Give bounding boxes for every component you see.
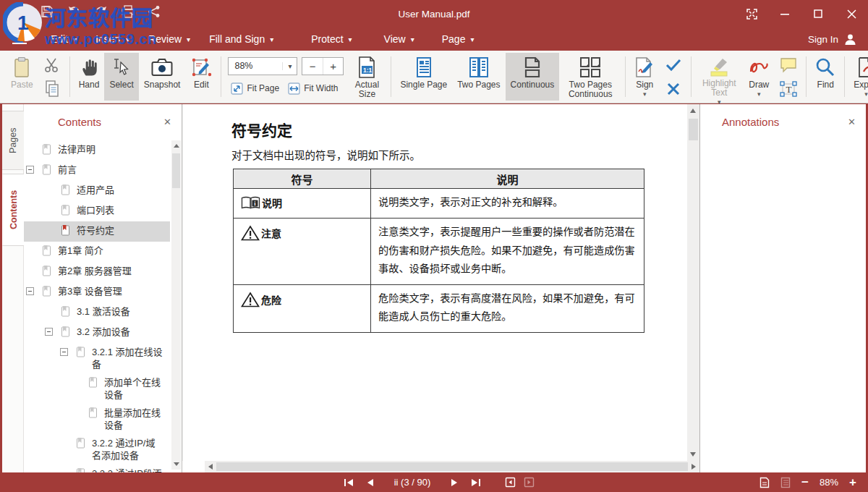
reject-x-button[interactable] (663, 79, 684, 99)
sticky-note-button[interactable] (778, 55, 799, 75)
user-icon (844, 33, 856, 46)
toc-item[interactable]: 添加单个在线设备 (24, 373, 170, 404)
tab-contents[interactable]: Contents (2, 174, 24, 246)
scroll-down-icon[interactable] (174, 462, 179, 466)
zoom-level-indicator[interactable]: 88% (820, 477, 838, 488)
export-button[interactable]: Export ▾ (848, 53, 868, 101)
zoom-out-button[interactable]: − (302, 58, 323, 75)
collapse-toggle-icon[interactable] (60, 348, 68, 356)
scrollbar-thumb[interactable] (216, 462, 688, 471)
minimize-button[interactable] (768, 0, 801, 27)
toc-item[interactable]: 适用产品 (24, 181, 170, 201)
copy-icon (44, 80, 60, 98)
close-icon[interactable]: ✕ (163, 116, 171, 127)
bookmark-icon (61, 184, 70, 198)
scroll-down-icon[interactable] (690, 452, 696, 457)
toc-item[interactable]: 前言 (24, 161, 170, 181)
menu-protect[interactable]: Protect▾ (302, 27, 361, 51)
collapse-toggle-icon[interactable] (26, 287, 34, 295)
single-page-button[interactable]: Single Page (395, 53, 452, 101)
toolbar-separator (844, 56, 845, 97)
menu-insert[interactable]: Insert▾ (86, 27, 139, 51)
toc-item[interactable]: 3.2.1 添加在线设备 (24, 343, 170, 373)
status-bar: ii (3 / 90) − 88% + (0, 472, 868, 492)
maximize-button[interactable] (801, 0, 835, 27)
two-pages-continuous-button[interactable]: Two Pages Continuous (559, 53, 621, 101)
toc-item[interactable]: 第3章 设备管理 (24, 282, 170, 302)
menu-fill-and-sign[interactable]: Fill and Sign▾ (200, 27, 283, 51)
single-page-view-icon[interactable] (760, 477, 770, 488)
hamburger-menu-icon[interactable] (12, 34, 27, 44)
select-tool-button[interactable]: Select (104, 53, 138, 101)
zoom-out-button[interactable]: − (801, 477, 809, 488)
fit-width-button[interactable]: Fit Width (285, 80, 341, 97)
chevron-down-icon: ▾ (126, 35, 129, 43)
scroll-right-icon[interactable] (692, 464, 696, 470)
warning-icon (241, 292, 260, 308)
toc-item[interactable]: 端口列表 (24, 201, 170, 221)
sign-in-button[interactable]: Sign In (808, 33, 856, 46)
toc-item[interactable]: 法律声明 (24, 140, 170, 161)
tab-pages[interactable]: Pages (2, 111, 24, 170)
fullscreen-toggle-button[interactable] (735, 0, 768, 27)
toc-item-selected[interactable]: 符号约定 (24, 221, 170, 242)
continuous-view-button[interactable]: Continuous (506, 53, 560, 101)
sign-icon (634, 56, 655, 78)
zoom-in-button[interactable]: + (323, 58, 344, 75)
scroll-left-icon[interactable] (208, 464, 213, 470)
page-number-indicator[interactable]: ii (3 / 90) (386, 477, 438, 488)
two-pages-button[interactable]: Two Pages (452, 53, 505, 101)
last-page-button[interactable] (471, 478, 481, 487)
menu-review[interactable]: Review▾ (139, 27, 200, 51)
toc-item[interactable]: 第1章 简介 (24, 242, 170, 262)
scroll-up-icon[interactable] (174, 144, 179, 148)
collapse-toggle-icon[interactable] (45, 328, 53, 336)
snapshot-button[interactable]: Snapshot (139, 53, 186, 101)
document-horizontal-scrollbar[interactable] (205, 461, 699, 472)
close-button[interactable] (835, 0, 868, 27)
previous-view-button[interactable] (505, 477, 516, 488)
toc-item[interactable]: 3.2.2 通过IP/域名添加设备 (24, 434, 170, 465)
document-vertical-scrollbar[interactable] (687, 104, 699, 461)
toc-item[interactable]: 第2章 服务器管理 (24, 262, 170, 282)
text-box-button[interactable]: T (778, 79, 799, 99)
toc-item[interactable]: 3.1 激活设备 (24, 302, 170, 323)
reading-view-icon[interactable] (780, 477, 791, 488)
menu-view[interactable]: View▾ (375, 27, 424, 51)
zoom-level-combobox[interactable]: 88% ▾ (228, 57, 297, 75)
cut-button[interactable] (41, 55, 63, 75)
draw-button[interactable]: Draw ▾ (743, 53, 775, 101)
collapse-toggle-icon[interactable] (26, 166, 34, 174)
toc-item[interactable]: 批量添加在线设备 (24, 404, 170, 434)
previous-page-button[interactable] (366, 478, 374, 487)
highlighter-icon (707, 56, 731, 77)
document-area: 符号约定 对于文档中出现的符号，说明如下所示。 符号 说明 i 说明 (182, 104, 699, 472)
menu-edit[interactable]: Edit▾ (41, 27, 86, 51)
paste-button[interactable]: Paste (6, 53, 38, 101)
first-page-button[interactable] (344, 478, 354, 487)
edit-pencil-icon (190, 56, 212, 78)
fit-page-button[interactable]: Fit Page (228, 80, 282, 97)
find-button[interactable]: Find (810, 53, 841, 101)
copy-button[interactable] (41, 79, 63, 99)
scroll-up-icon[interactable] (690, 109, 696, 113)
bookmark-icon (61, 326, 70, 340)
next-page-button[interactable] (451, 478, 459, 487)
toc-item[interactable]: 3.2.3 通过IP段添加设备 (24, 465, 170, 472)
actual-size-button[interactable]: 1:1 Actual Size (346, 53, 387, 101)
fit-width-icon (288, 82, 300, 95)
scrollbar-thumb[interactable] (172, 153, 180, 188)
hand-tool-button[interactable]: Hand (74, 53, 105, 101)
next-view-button[interactable] (524, 477, 535, 488)
highlight-text-button[interactable]: Highlight Text ▾ (695, 53, 743, 101)
toc-item[interactable]: 3.2 添加设备 (24, 323, 170, 343)
approve-check-button[interactable] (663, 55, 684, 75)
sign-button[interactable]: Sign ▾ (629, 53, 660, 101)
scrollbar-thumb[interactable] (689, 119, 698, 140)
close-icon[interactable]: ✕ (848, 116, 856, 127)
menu-page[interactable]: Page▾ (433, 27, 484, 51)
edit-tool-button[interactable]: Edit (185, 53, 217, 101)
contents-scrollbar[interactable] (171, 140, 181, 470)
chevron-down-icon: ▾ (282, 62, 297, 70)
zoom-in-button[interactable]: + (849, 477, 856, 488)
